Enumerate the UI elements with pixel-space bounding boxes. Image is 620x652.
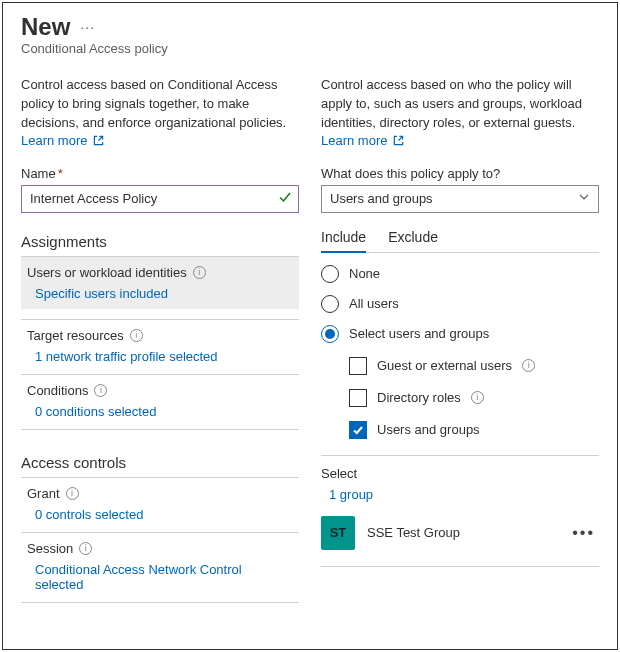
group-avatar: ST: [321, 516, 355, 550]
apply-to-value: Users and groups: [330, 191, 433, 206]
checkbox-roles[interactable]: Directory roles i: [321, 389, 599, 407]
apply-to-label: What does this policy apply to?: [321, 166, 599, 181]
users-value-link[interactable]: Specific users included: [27, 286, 293, 301]
checkbox-icon: [349, 357, 367, 375]
required-asterisk: *: [58, 166, 63, 181]
target-label: Target resources i: [27, 328, 293, 343]
info-icon[interactable]: i: [94, 384, 107, 397]
select-label: Select: [321, 466, 599, 481]
info-icon[interactable]: i: [79, 542, 92, 555]
radio-none-label: None: [349, 266, 380, 281]
tab-include[interactable]: Include: [321, 223, 366, 253]
target-row[interactable]: Target resources i 1 network traffic pro…: [21, 320, 299, 364]
checkbox-users-groups[interactable]: Users and groups: [321, 421, 599, 439]
valid-check-icon: [278, 190, 292, 207]
grant-value-link[interactable]: 0 controls selected: [27, 507, 293, 522]
header-row: New ···: [21, 13, 599, 41]
conditions-row[interactable]: Conditions i 0 conditions selected: [21, 375, 299, 419]
checkbox-icon: [349, 389, 367, 407]
external-link-icon: [393, 135, 404, 146]
conditions-value-link[interactable]: 0 conditions selected: [27, 404, 293, 419]
right-column: Control access based on who the policy w…: [321, 76, 599, 645]
access-controls-heading: Access controls: [21, 454, 299, 478]
session-label: Session i: [27, 541, 293, 556]
select-count-link[interactable]: 1 group: [321, 487, 599, 502]
info-icon[interactable]: i: [66, 487, 79, 500]
info-icon[interactable]: i: [522, 359, 535, 372]
include-exclude-tabs: Include Exclude: [321, 223, 599, 253]
learn-more-label: Learn more: [21, 133, 87, 148]
external-link-icon: [93, 135, 104, 146]
divider: [321, 455, 599, 456]
apply-to-dropdown[interactable]: Users and groups: [321, 185, 599, 213]
tab-exclude[interactable]: Exclude: [388, 223, 438, 252]
grant-row[interactable]: Grant i 0 controls selected: [21, 478, 299, 522]
left-learn-more-link[interactable]: Learn more: [21, 133, 104, 148]
assignments-block: Users or workload identities i Specific …: [21, 257, 299, 430]
checkbox-guest[interactable]: Guest or external users i: [321, 357, 599, 375]
info-icon[interactable]: i: [471, 391, 484, 404]
checkbox-guest-label: Guest or external users: [377, 358, 512, 373]
users-label: Users or workload identities i: [27, 265, 293, 280]
radio-icon: [321, 295, 339, 313]
group-more-icon[interactable]: •••: [572, 524, 595, 542]
right-description: Control access based on who the policy w…: [321, 76, 599, 133]
info-icon[interactable]: i: [130, 329, 143, 342]
header-more-icon[interactable]: ···: [80, 19, 95, 35]
name-field-wrapper: [21, 185, 299, 213]
radio-all-label: All users: [349, 296, 399, 311]
radio-all-users[interactable]: All users: [321, 295, 599, 313]
group-name: SSE Test Group: [367, 525, 460, 540]
page-subtitle: Conditional Access policy: [21, 41, 599, 56]
chevron-down-icon: [578, 191, 590, 206]
conditions-label: Conditions i: [27, 383, 293, 398]
left-description: Control access based on Conditional Acce…: [21, 76, 299, 133]
radio-select-users[interactable]: Select users and groups: [321, 325, 599, 343]
session-row[interactable]: Session i Conditional Access Network Con…: [21, 533, 299, 592]
policy-editor: New ··· Conditional Access policy Contro…: [2, 2, 618, 650]
learn-more-label: Learn more: [321, 133, 387, 148]
session-value-link[interactable]: Conditional Access Network Control selec…: [27, 562, 293, 592]
page-title: New: [21, 13, 70, 41]
right-learn-more-link[interactable]: Learn more: [321, 133, 404, 148]
checkbox-roles-label: Directory roles: [377, 390, 461, 405]
info-icon[interactable]: i: [193, 266, 206, 279]
divider: [21, 429, 299, 430]
radio-icon: [321, 265, 339, 283]
selected-group-row[interactable]: ST SSE Test Group •••: [321, 516, 599, 550]
radio-none[interactable]: None: [321, 265, 599, 283]
radio-select-label: Select users and groups: [349, 326, 489, 341]
assignments-heading: Assignments: [21, 233, 299, 257]
grant-label: Grant i: [27, 486, 293, 501]
divider: [21, 602, 299, 603]
columns: Control access based on Conditional Acce…: [21, 76, 599, 645]
users-row[interactable]: Users or workload identities i Specific …: [21, 257, 299, 309]
checkbox-ug-label: Users and groups: [377, 422, 480, 437]
divider: [321, 566, 599, 567]
target-value-link[interactable]: 1 network traffic profile selected: [27, 349, 293, 364]
radio-icon: [321, 325, 339, 343]
left-column: Control access based on Conditional Acce…: [21, 76, 299, 645]
name-label: Name*: [21, 166, 299, 181]
checkbox-icon: [349, 421, 367, 439]
group-chip-left: ST SSE Test Group: [321, 516, 460, 550]
name-input[interactable]: [30, 191, 278, 206]
